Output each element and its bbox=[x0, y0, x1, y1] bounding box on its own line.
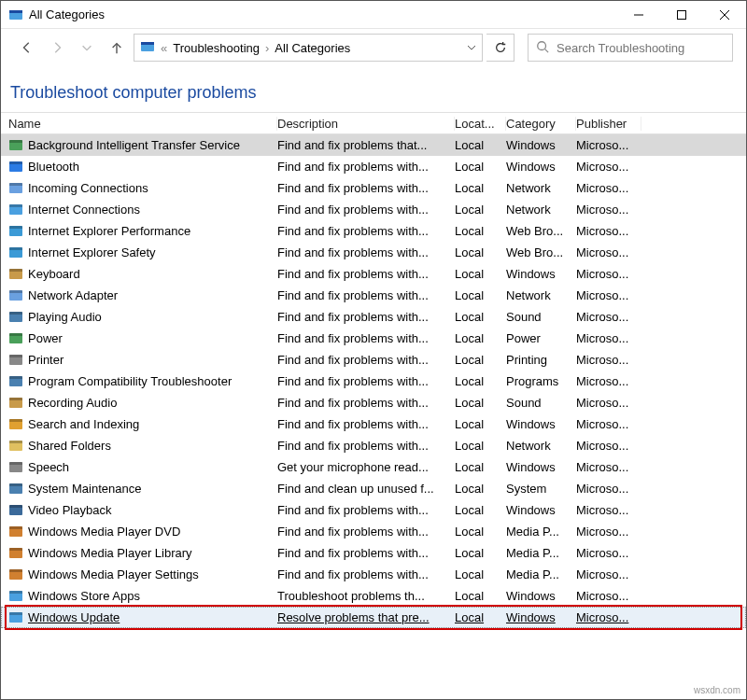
column-headers: Name Description Locat... Category Publi… bbox=[1, 112, 746, 134]
list-item[interactable]: Playing AudioFind and fix problems with.… bbox=[1, 306, 746, 328]
item-location: Local bbox=[455, 503, 484, 517]
refresh-button[interactable] bbox=[486, 34, 514, 62]
search-box[interactable] bbox=[528, 34, 733, 62]
item-publisher: Microso... bbox=[576, 567, 628, 581]
search-input[interactable] bbox=[555, 40, 725, 56]
item-icon bbox=[8, 396, 23, 411]
item-icon bbox=[8, 610, 23, 625]
item-location: Local bbox=[455, 181, 484, 195]
recent-locations-button[interactable] bbox=[74, 35, 100, 61]
up-button[interactable] bbox=[104, 35, 130, 61]
list-item[interactable]: Windows UpdateResolve problems that pre.… bbox=[1, 607, 746, 628]
item-name: Incoming Connections bbox=[28, 181, 148, 195]
item-category: Windows bbox=[506, 503, 556, 517]
forward-button[interactable] bbox=[44, 35, 70, 61]
item-location: Local bbox=[455, 439, 484, 453]
svg-rect-8 bbox=[141, 42, 154, 45]
item-location: Local bbox=[455, 610, 484, 624]
item-icon bbox=[8, 224, 23, 239]
item-category: Media P... bbox=[506, 546, 559, 560]
item-description: Find and fix problems with... bbox=[277, 396, 429, 410]
item-publisher: Microso... bbox=[576, 138, 628, 152]
back-button[interactable] bbox=[14, 35, 40, 61]
list-item[interactable]: Windows Media Player DVDFind and fix pro… bbox=[1, 521, 746, 542]
item-name: Power bbox=[28, 331, 63, 345]
svg-rect-26 bbox=[9, 290, 22, 293]
item-publisher: Microso... bbox=[576, 503, 628, 517]
chevron-down-icon[interactable] bbox=[467, 41, 476, 55]
list-item[interactable]: KeyboardFind and fix problems with...Loc… bbox=[1, 263, 746, 285]
item-category: Web Bro... bbox=[506, 245, 563, 259]
item-category: Windows bbox=[506, 610, 556, 624]
item-category: Media P... bbox=[506, 525, 559, 539]
watermark: wsxdn.com bbox=[694, 685, 740, 695]
col-publisher[interactable]: Publisher bbox=[576, 117, 641, 131]
page-header: Troubleshoot computer problems bbox=[1, 66, 746, 112]
svg-rect-34 bbox=[9, 376, 22, 379]
list-item[interactable]: Program Compatibility TroubleshooterFind… bbox=[1, 371, 746, 392]
svg-rect-46 bbox=[9, 505, 22, 508]
maximize-button[interactable] bbox=[660, 1, 703, 29]
close-button[interactable] bbox=[703, 1, 746, 29]
col-description[interactable]: Description bbox=[277, 117, 455, 131]
item-name: Windows Media Player Library bbox=[28, 546, 192, 560]
list-item[interactable]: Shared FoldersFind and fix problems with… bbox=[1, 435, 746, 456]
item-category: Power bbox=[506, 331, 541, 345]
svg-rect-14 bbox=[9, 161, 22, 164]
item-description: Find and fix problems with... bbox=[277, 331, 429, 345]
col-name[interactable]: Name bbox=[8, 117, 277, 131]
col-category[interactable]: Category bbox=[506, 117, 576, 131]
list-item[interactable]: Incoming ConnectionsFind and fix problem… bbox=[1, 177, 746, 199]
list-item[interactable]: Network AdapterFind and fix problems wit… bbox=[1, 285, 746, 306]
item-location: Local bbox=[455, 460, 484, 474]
item-name: Windows Media Player Settings bbox=[28, 567, 199, 581]
breadcrumb-item[interactable]: All Categories bbox=[275, 41, 350, 55]
list-item[interactable]: Background Intelligent Transfer ServiceF… bbox=[1, 134, 746, 156]
breadcrumb-item[interactable]: Troubleshooting bbox=[173, 41, 260, 55]
item-name: Video Playback bbox=[28, 503, 111, 517]
item-category: Media P... bbox=[506, 567, 559, 581]
list-item[interactable]: Internet ConnectionsFind and fix problem… bbox=[1, 199, 746, 220]
page-title: Troubleshoot computer problems bbox=[10, 83, 737, 103]
item-location: Local bbox=[455, 374, 484, 388]
svg-rect-1 bbox=[9, 10, 22, 13]
item-location: Local bbox=[455, 546, 484, 560]
item-name: Recording Audio bbox=[28, 396, 117, 410]
item-category: Windows bbox=[506, 267, 556, 281]
svg-rect-54 bbox=[9, 591, 22, 594]
col-location[interactable]: Locat... bbox=[455, 117, 506, 131]
item-name: Printer bbox=[28, 353, 63, 367]
svg-rect-32 bbox=[9, 355, 22, 357]
svg-rect-42 bbox=[9, 462, 22, 465]
list-item[interactable]: BluetoothFind and fix problems with...Lo… bbox=[1, 156, 746, 177]
list-item[interactable]: Windows Media Player LibraryFind and fix… bbox=[1, 542, 746, 564]
minimize-button[interactable] bbox=[617, 1, 660, 29]
svg-rect-38 bbox=[9, 419, 22, 422]
item-publisher: Microso... bbox=[576, 396, 628, 410]
item-description: Find and fix problems with... bbox=[277, 181, 429, 195]
list-item[interactable]: Recording AudioFind and fix problems wit… bbox=[1, 392, 746, 413]
svg-rect-18 bbox=[9, 204, 22, 207]
item-publisher: Microso... bbox=[576, 310, 628, 324]
svg-rect-50 bbox=[9, 548, 22, 551]
list-item[interactable]: Video PlaybackFind and fix problems with… bbox=[1, 499, 746, 521]
titlebar: All Categories bbox=[1, 1, 746, 29]
item-category: Sound bbox=[506, 396, 542, 410]
item-description: Find and fix problems with... bbox=[277, 245, 429, 259]
list-item[interactable]: PrinterFind and fix problems with...Loca… bbox=[1, 349, 746, 371]
item-category: Windows bbox=[506, 589, 556, 603]
list-item[interactable]: Internet Explorer PerformanceFind and fi… bbox=[1, 220, 746, 242]
list-item[interactable]: Search and IndexingFind and fix problems… bbox=[1, 413, 746, 435]
list-item[interactable]: SpeechGet your microphone read...LocalWi… bbox=[1, 456, 746, 478]
address-bar[interactable]: « Troubleshooting › All Categories bbox=[134, 34, 483, 62]
list-item[interactable]: PowerFind and fix problems with...LocalP… bbox=[1, 328, 746, 349]
list-item[interactable]: Internet Explorer SafetyFind and fix pro… bbox=[1, 242, 746, 263]
svg-rect-12 bbox=[9, 140, 22, 143]
list-item[interactable]: Windows Media Player SettingsFind and fi… bbox=[1, 564, 746, 585]
svg-rect-3 bbox=[678, 10, 686, 19]
item-icon bbox=[8, 203, 23, 217]
list-item[interactable]: Windows Store AppsTroubleshoot problems … bbox=[1, 585, 746, 607]
list-item[interactable]: System MaintenanceFind and clean up unus… bbox=[1, 478, 746, 499]
item-name: Windows Media Player DVD bbox=[28, 525, 180, 539]
item-description: Find and fix problems with... bbox=[277, 160, 429, 174]
